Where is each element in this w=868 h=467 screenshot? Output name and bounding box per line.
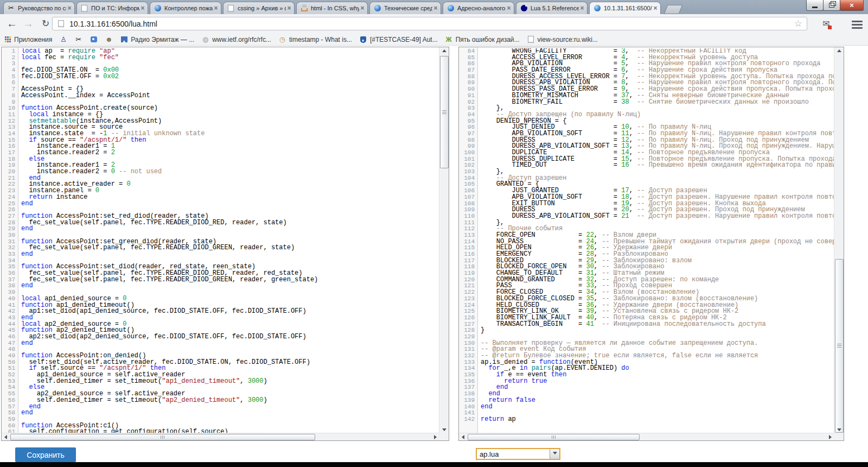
horizontal-scrollbar[interactable]	[2, 433, 439, 440]
tab-close-button[interactable]: ×	[66, 5, 73, 11]
browser-tab[interactable]: 10.1.31.161:6500/lua×	[589, 2, 661, 14]
scroll-up-arrow[interactable]	[834, 47, 844, 54]
tab-close-button[interactable]: ×	[579, 5, 585, 11]
tab-list: Руководство по скр×ПО и ТС: Информа×Конт…	[3, 2, 681, 14]
browser-tab[interactable]: Технические средс×	[369, 2, 441, 14]
scroll-down-arrow[interactable]	[439, 426, 449, 433]
bookmark-star-icon[interactable]: ☆	[794, 18, 802, 29]
bookmark-item[interactable]: view-source:ru.wiki...	[527, 36, 598, 43]
browser-tab[interactable]: Lua 5.1 Reference M×	[516, 2, 588, 14]
code-text: end	[18, 251, 33, 258]
scrollbar-thumb[interactable]	[835, 259, 844, 433]
code-area[interactable]: 1local ap = require "ap"2local fec = req…	[2, 48, 439, 433]
tab-close-button[interactable]: ×	[139, 5, 146, 11]
vertical-scrollbar[interactable]	[439, 47, 449, 433]
window-controls: ×	[807, 0, 864, 11]
code-line: 33end	[2, 251, 439, 258]
code-area[interactable]: 84 WRONG_FACILITY = 3, -- Некорректный F…	[459, 48, 834, 433]
tab-close-button[interactable]: ×	[213, 5, 219, 11]
bookmark-item[interactable]	[105, 36, 113, 43]
browser-tab[interactable]: cssing » Архив » dis×	[223, 2, 295, 14]
file-select-value: ap.lua	[477, 449, 550, 459]
code-line: 128}	[459, 327, 834, 334]
bookmark-label: timestamp - What is...	[289, 36, 352, 43]
code-editor-right[interactable]: 84 WRONG_FACILITY = 3, -- Некорректный F…	[458, 47, 844, 441]
bookmark-item[interactable]: www.ietf.org/rfc/rfc...	[201, 36, 271, 43]
code-line: 37 fec_set_value(self.panel, fec.TYPE.RE…	[2, 277, 439, 283]
code-text: fec_set_value(self.panel, fec.TYPE.READE…	[18, 245, 295, 251]
code-text: end	[477, 404, 493, 411]
line-number: 142	[459, 416, 477, 423]
scroll-up-arrow[interactable]	[439, 47, 449, 54]
browser-tab[interactable]: ПО и ТС: Информа×	[76, 2, 148, 14]
scroll-left-arrow[interactable]	[2, 433, 10, 440]
bookmark-item[interactable]: Радио Эрмитаж — ...	[120, 36, 194, 43]
bookmark-item[interactable]	[74, 36, 82, 43]
browser-tab[interactable]: Руководство по скр×	[3, 2, 75, 14]
tab-title: ПО и ТС: Информа	[91, 5, 139, 11]
vertical-scrollbar[interactable]	[834, 47, 844, 433]
tab-close-button[interactable]: ×	[652, 5, 659, 11]
line-number: 56	[2, 397, 18, 404]
browser-tab[interactable]: Адресно-аналогов×	[443, 2, 514, 14]
butterfly-icon	[445, 36, 453, 43]
bookmark-item[interactable]	[90, 36, 98, 43]
code-line: 42 ap1:set_diod(ap1_denied_source, fec.D…	[2, 308, 439, 315]
reload-button[interactable]: ↻	[38, 15, 53, 31]
tab-title: 10.1.31.161:6500/lua	[604, 5, 652, 11]
bookmark-item[interactable]: [#TESTCASE-49] Aut...	[359, 36, 438, 43]
bookmark-item[interactable]: Приложения	[4, 36, 52, 43]
save-button[interactable]: Сохранить	[15, 447, 76, 462]
address-bar[interactable]: 10.1.31.161:6500/lua.html ☆	[52, 17, 807, 30]
tab-close-button[interactable]: ×	[432, 5, 439, 11]
bookmark-label: Приложения	[14, 36, 52, 43]
bookmark-item[interactable]: Пять ошибок дизай...	[445, 36, 520, 43]
code-line: 142return ap	[459, 416, 834, 423]
back-button[interactable]: ←	[4, 15, 20, 31]
scroll-down-arrow[interactable]	[834, 426, 844, 433]
window-close-button[interactable]: ×	[840, 0, 864, 11]
restore-icon	[829, 3, 834, 8]
bookmark-label: view-source:ru.wiki...	[538, 36, 598, 43]
apps-grid-icon	[4, 36, 11, 43]
scrollbar-thumb[interactable]	[10, 434, 315, 440]
scrollbar-thumb[interactable]	[440, 56, 449, 168]
new-tab-button[interactable]	[664, 5, 683, 14]
line-number: 6	[2, 80, 18, 86]
bookmark-item[interactable]	[59, 36, 67, 43]
code-line: 29end	[2, 226, 439, 232]
scroll-left-arrow[interactable]	[459, 433, 467, 440]
globe-blue-icon	[446, 4, 455, 12]
window-restore-button[interactable]	[823, 0, 840, 11]
code-line: 38end	[2, 283, 439, 289]
code-line: 127 TRANSACTION_BEGIN = 41 -- Инициирова…	[459, 321, 834, 328]
code-line: 25end	[2, 201, 439, 207]
window-minimize-button[interactable]	[806, 0, 824, 11]
line-number: 132	[459, 353, 477, 359]
horizontal-scrollbar[interactable]	[459, 433, 834, 440]
code-line: 28 fec_set_value(self.panel, fec.TYPE.RE…	[2, 220, 439, 226]
tab-close-button[interactable]: ×	[506, 5, 512, 11]
browser-menu-button[interactable]	[852, 21, 863, 29]
file-select[interactable]: ap.lua	[476, 448, 560, 460]
line-number: 52	[2, 372, 18, 378]
code-text: return ap	[477, 416, 516, 423]
line-number: 87	[459, 67, 477, 74]
tab-close-button[interactable]: ×	[286, 5, 292, 11]
code-line: 32 fec_set_value(self.panel, fec.TYPE.RE…	[2, 245, 439, 251]
forward-button[interactable]: →	[21, 15, 36, 31]
globe-blue-icon	[593, 4, 601, 12]
tab-close-button[interactable]: ×	[359, 5, 366, 11]
bookmark-item[interactable]: timestamp - What is...	[278, 36, 352, 43]
browser-tab[interactable]: Контроллер пожар×	[150, 2, 221, 14]
line-number: 24	[2, 194, 18, 201]
select-dropdown-button[interactable]	[550, 449, 559, 459]
code-line: 58end	[2, 410, 439, 416]
browser-tab[interactable]: html - In CSS, why c×	[296, 2, 368, 14]
scroll-right-arrow[interactable]	[431, 433, 439, 440]
scrollbar-thumb[interactable]	[468, 434, 640, 440]
code-editor-left[interactable]: 1local ap = require "ap"2local fec = req…	[1, 47, 449, 441]
mail-extension-button[interactable]: ✉	[820, 18, 832, 29]
scroll-right-arrow[interactable]	[826, 433, 834, 440]
line-number: 139	[459, 397, 477, 404]
